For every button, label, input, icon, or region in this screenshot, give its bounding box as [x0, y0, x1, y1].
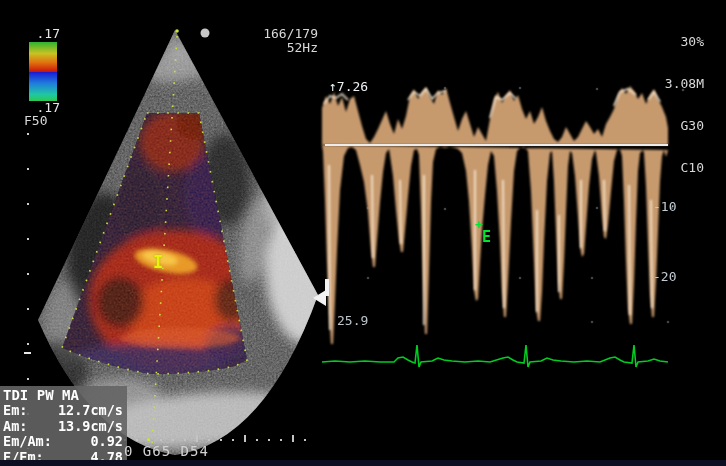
measurement-label: Em/Am: — [3, 434, 52, 450]
measurement-row-em: Em: 12.7cm/s — [3, 403, 123, 419]
bottom-strip — [0, 460, 726, 466]
measurement-label: Em: — [3, 403, 27, 419]
color-scale-top-label: .17 — [24, 27, 60, 41]
bottom-ruler-tick — [244, 435, 246, 442]
cursor-end-dot — [147, 438, 150, 441]
ultrasound-screen: { "header": { "frame_counter": "166/179"… — [0, 0, 726, 466]
measurement-row-am: Am: 13.9cm/s — [3, 419, 123, 435]
gain-label: G30 — [620, 119, 704, 133]
measurement-label: Am: — [3, 419, 27, 435]
measurement-value: 0.92 — [90, 434, 123, 450]
depth-marker-tick — [24, 352, 31, 354]
measurement-row-em-am: Em/Am: 0.92 — [3, 434, 123, 450]
compression-label: C10 — [620, 161, 704, 175]
measurement-value: 12.7cm/s — [58, 403, 123, 419]
e-wave-caliper-label: E — [482, 228, 491, 246]
velocity-tick-minus10: -10 — [653, 200, 687, 214]
frame-counter: 166/179 — [226, 27, 318, 41]
bottom-ruler — [124, 439, 316, 441]
velocity-scale-top-label: ↑7.26 — [329, 80, 368, 94]
color-scale-forward-bar — [29, 42, 57, 72]
wall-filter-label: F50 — [24, 114, 47, 128]
bottom-ruler-tick — [292, 435, 294, 442]
sector-apex-dot — [175, 29, 179, 33]
frequency-label: 3.08M — [620, 77, 704, 91]
color-scale-reverse-bar — [29, 72, 57, 101]
measurement-panel: TDI PW MA Em: 12.7cm/s Am: 13.9cm/s Em/A… — [0, 386, 127, 466]
measurement-value: 13.9cm/s — [58, 419, 123, 435]
velocity-scale-bottom-label: 25.9 — [337, 314, 368, 328]
velocity-tick-minus20: -20 — [653, 270, 687, 284]
ecg-trace — [322, 345, 668, 367]
frame-rate-label: 52Hz — [226, 41, 318, 55]
acquisition-settings: 30% 3.08M G30 C10 — [620, 7, 704, 189]
probe-orientation-marker — [201, 29, 210, 38]
sample-volume-gate: I — [153, 252, 163, 272]
bottom-scale-label: 0 G65 D54 — [124, 443, 209, 459]
measurement-panel-title: TDI PW MA — [3, 387, 123, 403]
acoustic-power-label: 30% — [620, 35, 704, 49]
bottom-ruler-tick — [196, 435, 198, 442]
